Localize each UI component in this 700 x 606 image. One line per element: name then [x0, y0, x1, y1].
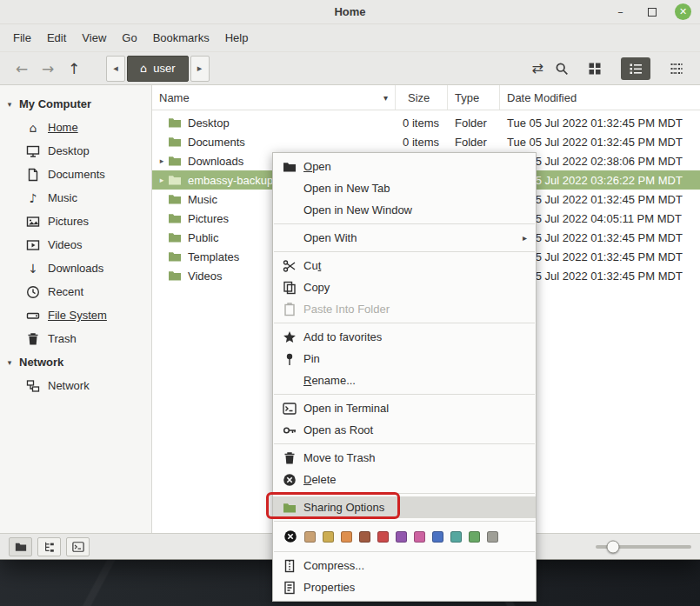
sidebar-section-my-computer[interactable]: ▾My Computer	[0, 92, 151, 116]
menu-bookmarks[interactable]: Bookmarks	[145, 27, 217, 49]
menu-item-label: Add to favorites	[303, 330, 382, 343]
treeview-toggle-button[interactable]	[37, 537, 61, 556]
file-type-cell: Folder	[448, 117, 500, 130]
sidebar-item-home[interactable]: ⌂Home	[0, 116, 151, 139]
sidebar-item-trash[interactable]: Trash	[0, 327, 151, 350]
file-name-label: embassy-backup	[188, 174, 273, 187]
menu-item-open-as-root[interactable]: Open as Root	[273, 419, 536, 441]
expander-icon[interactable]: ▸	[156, 156, 168, 165]
menu-item-add-to-favorites[interactable]: Add to favorites	[273, 326, 536, 348]
menu-item-rename[interactable]: Rename...	[273, 370, 536, 391]
menu-item-open[interactable]: Open	[273, 156, 536, 177]
menu-edit[interactable]: Edit	[39, 27, 74, 49]
menu-file[interactable]: File	[5, 27, 39, 49]
color-swatch[interactable]	[396, 531, 407, 543]
search-icon	[555, 62, 569, 76]
close-button[interactable]: ✕	[675, 3, 691, 20]
menu-item-open-in-terminal[interactable]: Open in Terminal	[273, 397, 536, 419]
menu-item-open-with[interactable]: Open With▸	[273, 227, 536, 249]
filesystem-icon	[26, 309, 40, 323]
color-swatch[interactable]	[487, 531, 498, 543]
icon-view-button[interactable]	[580, 57, 610, 80]
file-row-desktop[interactable]: Desktop0 itemsFolderTue 05 Jul 2022 01:3…	[152, 113, 700, 132]
forward-button[interactable]: →	[35, 60, 61, 77]
sidebar-item-pictures[interactable]: Pictures	[0, 210, 151, 233]
color-swatch[interactable]	[414, 531, 425, 543]
color-swatch[interactable]	[359, 531, 370, 543]
menu-view[interactable]: View	[74, 27, 114, 49]
menu-item-pin[interactable]: Pin	[273, 348, 536, 370]
menu-item-delete[interactable]: Delete	[273, 469, 536, 490]
terminal-toggle-button[interactable]	[66, 537, 90, 556]
file-type-cell: Folder	[448, 136, 500, 149]
search-button[interactable]	[555, 62, 569, 76]
network-icon	[26, 379, 40, 393]
menu-item-label: Open	[303, 160, 331, 173]
list-view-button[interactable]	[621, 57, 650, 80]
color-swatch[interactable]	[450, 531, 462, 543]
titlebar[interactable]: Home – ✕	[0, 0, 700, 24]
documents-icon	[26, 168, 40, 182]
column-header-size[interactable]: Size	[396, 85, 448, 110]
section-collapse-icon: ▾	[5, 100, 14, 109]
column-header-name[interactable]: Name▾	[152, 85, 396, 110]
menu-item-label: Copy	[303, 281, 330, 294]
sidebar-item-documents[interactable]: Documents	[0, 163, 151, 186]
up-button[interactable]: ↑	[61, 60, 87, 77]
menu-separator	[274, 521, 535, 522]
sidebar-item-downloads[interactable]: ↓Downloads	[0, 256, 151, 280]
file-row-documents[interactable]: Documents0 itemsFolderTue 05 Jul 2022 01…	[152, 132, 700, 151]
menu-item-copy[interactable]: Copy	[273, 276, 536, 298]
color-swatch[interactable]	[432, 531, 443, 543]
expander-icon[interactable]: ▸	[156, 176, 168, 184]
sidebar-section-label: My Computer	[19, 97, 91, 110]
menu-item-paste-into-folder[interactable]: Paste Into Folder	[273, 298, 536, 320]
toggle-location-entry-icon[interactable]: ⇄	[532, 60, 543, 77]
menu-item-cut[interactable]: Cut	[273, 255, 536, 276]
menu-help[interactable]: Help	[217, 27, 257, 49]
breadcrumb-left-button[interactable]: ◂	[106, 56, 125, 82]
menu-item-open-in-new-window[interactable]: Open in New Window	[273, 199, 536, 221]
color-swatch[interactable]	[341, 531, 352, 543]
list-header: Name▾SizeTypeDate Modified	[152, 85, 700, 110]
breadcrumb-user-button[interactable]: ⌂ user	[127, 56, 189, 82]
menu-item-open-in-new-tab[interactable]: Open in New Tab	[273, 177, 536, 199]
sidebar-item-file-system[interactable]: File System	[0, 303, 151, 327]
zoom-slider[interactable]	[596, 534, 691, 559]
file-date-cell: Tue 05 Jul 2022 01:32:45 PM MDT	[500, 136, 700, 149]
window-controls: – ✕	[612, 3, 700, 20]
column-header-type[interactable]: Type	[448, 85, 500, 110]
menu-item-move-to-trash[interactable]: Move to Trash	[273, 447, 536, 469]
menu-item-label: Delete	[303, 473, 337, 486]
folder-icon	[168, 135, 182, 149]
sidebar-item-music[interactable]: ♪Music	[0, 186, 151, 210]
color-swatch[interactable]	[469, 531, 480, 543]
trash-icon	[26, 332, 40, 346]
color-swatch[interactable]	[377, 531, 389, 543]
sidebar-item-desktop[interactable]: Desktop	[0, 139, 151, 163]
clear-color-icon[interactable]	[283, 529, 297, 543]
compact-view-button[interactable]	[662, 57, 691, 80]
menu-separator	[274, 223, 535, 224]
breadcrumb-right-button[interactable]: ▸	[190, 56, 210, 82]
menu-item-compress[interactable]: Compress...	[273, 555, 536, 576]
menu-go[interactable]: Go	[114, 27, 144, 49]
menu-item-icon-slot	[282, 352, 297, 366]
menu-separator	[274, 251, 535, 252]
menu-item-sharing-options[interactable]: Sharing Options	[273, 496, 536, 518]
sidebar-item-label: Pictures	[48, 215, 89, 228]
column-header-date-modified[interactable]: Date Modified	[500, 85, 700, 110]
menu-item-properties[interactable]: Properties	[273, 576, 536, 598]
sidebar-section-network[interactable]: ▾Network	[0, 350, 151, 374]
color-swatch[interactable]	[304, 531, 316, 543]
zoom-slider-knob[interactable]	[606, 540, 619, 553]
sidebar-item-recent[interactable]: Recent	[0, 280, 151, 303]
maximize-button[interactable]	[643, 3, 660, 20]
color-swatch[interactable]	[323, 531, 334, 543]
sidebar-item-videos[interactable]: Videos	[0, 233, 151, 256]
back-button[interactable]: ←	[9, 60, 35, 77]
places-toggle-button[interactable]	[9, 537, 32, 556]
sidebar-item-network[interactable]: Network	[0, 374, 151, 397]
pictures-icon	[26, 215, 40, 229]
minimize-button[interactable]: –	[612, 3, 629, 20]
